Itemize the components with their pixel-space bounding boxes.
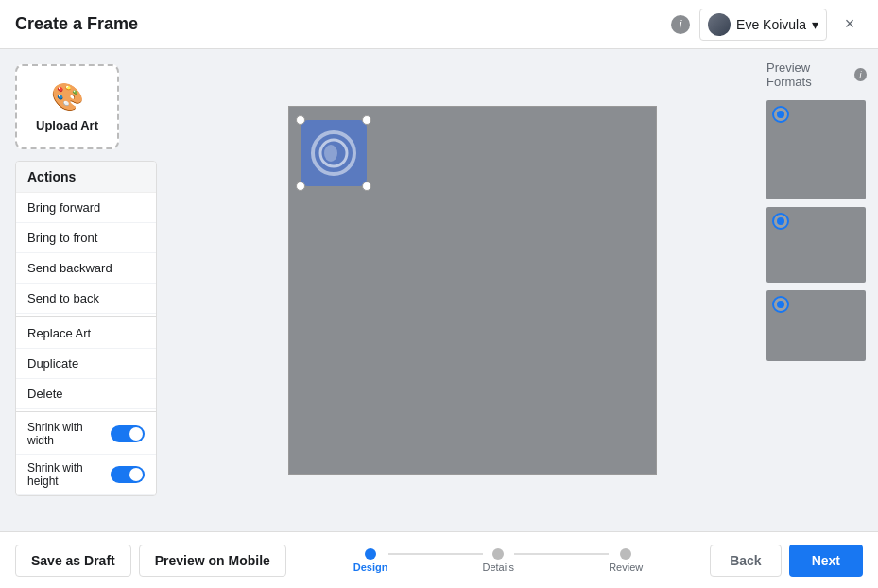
page-title: Create a Frame bbox=[15, 14, 138, 34]
replace-art-item[interactable]: Replace Art bbox=[16, 319, 156, 349]
preview-thumb-small bbox=[766, 290, 866, 361]
shrink-height-toggle[interactable] bbox=[111, 466, 145, 483]
send-backward-item[interactable]: Send backward bbox=[16, 253, 156, 284]
canvas-area bbox=[189, 49, 755, 531]
step-dot-review bbox=[620, 548, 631, 560]
user-name: Eve Koivula bbox=[736, 17, 806, 32]
step-design: Design bbox=[353, 548, 388, 573]
send-to-back-item[interactable]: Send to back bbox=[16, 284, 156, 314]
svg-point-1 bbox=[324, 145, 337, 162]
footer-right: Back Next bbox=[710, 545, 863, 577]
actions-menu: Actions Bring forward Bring to front Sen… bbox=[15, 161, 157, 496]
canvas-frame[interactable] bbox=[288, 106, 657, 475]
next-button[interactable]: Next bbox=[789, 545, 863, 577]
close-button[interactable]: × bbox=[836, 11, 863, 38]
preview-thumb-large bbox=[766, 100, 866, 199]
preview-check-2 bbox=[772, 213, 789, 230]
preview-mobile-button[interactable]: Preview on Mobile bbox=[139, 545, 286, 577]
art-icon bbox=[315, 134, 353, 172]
bring-forward-item[interactable]: Bring forward bbox=[16, 193, 156, 223]
step-dot-details bbox=[492, 548, 504, 560]
footer-left: Save as Draft Preview on Mobile bbox=[15, 545, 286, 577]
chevron-down-icon: ▾ bbox=[812, 17, 818, 32]
step-label-details: Details bbox=[483, 562, 515, 573]
step-line-2 bbox=[514, 553, 609, 555]
preview-check-inner-1 bbox=[777, 111, 784, 118]
info-icon[interactable]: i bbox=[671, 15, 690, 34]
header-right: i Eve Koivula ▾ × bbox=[671, 9, 863, 41]
shrink-width-row: Shrink with width bbox=[16, 414, 156, 455]
preview-check-inner-2 bbox=[777, 217, 784, 225]
preview-check-1 bbox=[772, 106, 789, 123]
handle-tl[interactable] bbox=[296, 115, 305, 125]
preview-check-3 bbox=[772, 296, 789, 313]
footer: Save as Draft Preview on Mobile Design D… bbox=[0, 531, 878, 588]
svg-point-0 bbox=[320, 140, 347, 166]
shrink-height-row: Shrink with height bbox=[16, 455, 156, 495]
save-draft-button[interactable]: Save as Draft bbox=[15, 545, 131, 577]
delete-item[interactable]: Delete bbox=[16, 379, 156, 409]
user-badge[interactable]: Eve Koivula ▾ bbox=[699, 9, 827, 41]
handle-tr[interactable] bbox=[362, 115, 371, 125]
avatar bbox=[708, 13, 731, 36]
steps-nav: Design Details Review bbox=[286, 548, 710, 573]
step-label-design: Design bbox=[353, 562, 388, 573]
main-area: 🎨 Upload Art Actions Bring forward Bring… bbox=[0, 49, 878, 531]
preview-panel: Preview Formats i bbox=[755, 49, 878, 531]
upload-art-button[interactable]: 🎨 Upload Art bbox=[15, 64, 119, 149]
step-dot-design bbox=[365, 548, 376, 560]
preview-formats-label: Preview Formats i bbox=[766, 61, 867, 89]
step-review: Review bbox=[609, 548, 643, 573]
step-details: Details bbox=[483, 548, 515, 573]
palette-icon: 🎨 bbox=[51, 81, 84, 112]
preview-info-icon[interactable]: i bbox=[854, 68, 867, 81]
upload-art-label: Upload Art bbox=[36, 118, 98, 132]
step-label-review: Review bbox=[609, 562, 643, 573]
shrink-width-label: Shrink with width bbox=[27, 421, 111, 447]
preview-thumb-medium bbox=[766, 207, 866, 283]
header: Create a Frame i Eve Koivula ▾ × bbox=[0, 0, 878, 49]
sidebar: 🎨 Upload Art Actions Bring forward Bring… bbox=[0, 49, 189, 531]
art-element[interactable] bbox=[301, 120, 367, 186]
back-button[interactable]: Back bbox=[710, 545, 781, 577]
handle-br[interactable] bbox=[362, 182, 371, 191]
actions-header: Actions bbox=[16, 162, 156, 193]
step-line-1 bbox=[388, 553, 483, 555]
divider-1 bbox=[16, 316, 156, 317]
divider-2 bbox=[16, 411, 156, 412]
steps-row: Design Details Review bbox=[353, 548, 643, 573]
bring-to-front-item[interactable]: Bring to front bbox=[16, 223, 156, 253]
duplicate-item[interactable]: Duplicate bbox=[16, 349, 156, 379]
preview-check-inner-3 bbox=[777, 301, 784, 308]
handle-bl[interactable] bbox=[296, 182, 305, 191]
shrink-width-toggle[interactable] bbox=[111, 425, 145, 442]
shrink-height-label: Shrink with height bbox=[27, 461, 111, 488]
